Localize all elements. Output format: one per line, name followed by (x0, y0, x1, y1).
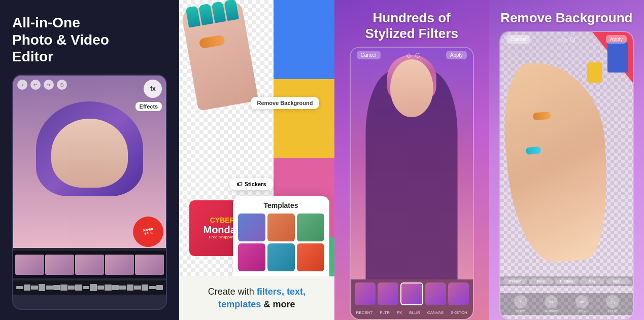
effects-label[interactable]: Effects (135, 102, 162, 111)
phone-toolbar-4: Cancel ◇ ⬡ Apply (500, 35, 633, 44)
cat-person[interactable]: Person (503, 278, 527, 284)
template-5[interactable] (267, 243, 295, 271)
audio-bar (13, 280, 166, 295)
cyber-label: CYBER (210, 217, 235, 224)
stickers-icon: 🏷 (236, 181, 242, 187)
portrait-face (51, 119, 128, 188)
category-tabs[interactable]: Person Face Clothes Sky Hea... (500, 276, 633, 286)
panel4-title: Remove Background (489, 0, 644, 31)
filter-thumb-2[interactable] (378, 282, 398, 305)
filter-label-fltr[interactable]: FLTR (380, 310, 390, 315)
apply-button-3[interactable]: Apply (446, 51, 467, 59)
erase-label: Erase (608, 309, 617, 313)
filter-thumb-1[interactable] (355, 282, 376, 305)
nail-1 (186, 6, 200, 27)
remove-icon: ✂ (545, 295, 558, 308)
filter-label-canvas[interactable]: CANVAS (427, 310, 444, 315)
panel2-description: Create with filters, text, templates & m… (189, 286, 324, 311)
remove-label: Remove (545, 309, 558, 313)
select-tool[interactable]: + Select (514, 295, 527, 313)
cancel-button-3[interactable]: Cancel (357, 51, 381, 59)
filter-labels-row: RECENT FLTR FX BLUR CANVAS SKETCH (351, 308, 473, 319)
shield-icon: ⬡ (415, 52, 420, 59)
cat-face[interactable]: Face (529, 278, 553, 284)
template-1[interactable] (238, 214, 265, 241)
strip-yellow (274, 79, 334, 158)
highlight-filters: filters, (257, 287, 284, 297)
nail-4 (224, 0, 239, 21)
rect-yellow (587, 62, 602, 83)
dancer-figure (351, 48, 473, 279)
shipping-label: Free Shipping (209, 235, 236, 240)
filter-thumbnails[interactable] (351, 279, 473, 308)
templates-panel: Templates (233, 196, 329, 276)
phone-mockup-3: Cancel ◇ ⬡ Apply RECENT FLTR FX BLUR CAN… (350, 47, 474, 320)
template-3[interactable] (297, 214, 324, 241)
apply-button-4[interactable]: Apply (606, 35, 627, 44)
draw-tool[interactable]: ✏ Draw (575, 295, 589, 313)
fx-button[interactable]: fx (144, 80, 162, 98)
panel-filters: Hundreds of Stylized Filters Cancel ◇ ⬡ … (334, 0, 489, 320)
filter-thumb-5[interactable] (448, 282, 469, 305)
draw-icon: ✏ (575, 295, 589, 308)
remove-tool[interactable]: ✂ Remove (545, 295, 558, 313)
cat-sky[interactable]: Sky (580, 278, 604, 284)
filter-label-blur[interactable]: BLUR (409, 310, 420, 315)
panel1-title: All-in-One Photo & Video Editor (12, 14, 167, 65)
ring-blue (525, 147, 541, 155)
template-4[interactable] (238, 243, 265, 271)
shield-icon-4: ⬡ (570, 36, 575, 43)
stickers-button[interactable]: 🏷 Stickers (229, 178, 274, 190)
panel-create: Remove Background CYBER Monday Free Ship… (179, 0, 334, 320)
nail-2 (198, 4, 213, 25)
filter-label-recent[interactable]: RECENT (356, 310, 373, 315)
panel2-top: Remove Background CYBER Monday Free Ship… (179, 0, 334, 276)
toolbar-icons-4: ◇ ⬡ (561, 36, 575, 43)
back-arrow[interactable]: ‹ (17, 80, 27, 90)
rect-blue (607, 42, 628, 73)
stickers-label: Stickers (245, 181, 266, 187)
ring-orange (532, 112, 551, 121)
timeline-thumb (135, 255, 164, 275)
panel3-title: Hundreds of Stylized Filters (334, 0, 489, 47)
filter-thumb-3[interactable] (400, 282, 423, 305)
waveform (16, 283, 163, 292)
timeline-strip[interactable] (13, 251, 166, 278)
history-icon[interactable]: ◷ (57, 80, 67, 90)
nail-3 (211, 1, 226, 23)
erase-tool[interactable]: ◻ Erase (606, 295, 619, 313)
redo-icon[interactable]: ↪ (44, 80, 54, 90)
timeline-thumb (15, 255, 44, 275)
panel2-bottom: Create with filters, text, templates & m… (179, 276, 334, 320)
filter-label-fx[interactable]: FX (397, 310, 402, 315)
remove-bg-tooltip: Remove Background (251, 97, 319, 109)
templates-grid (238, 214, 324, 271)
erase-icon: ◻ (606, 295, 619, 308)
templates-title: Templates (238, 201, 324, 209)
tool-icons-row: + Select ✂ Remove ✏ Draw ◻ Erase (500, 293, 633, 315)
template-2[interactable] (267, 214, 295, 241)
select-icon: + (514, 295, 527, 308)
toolbar-icons: ◇ ⬡ (406, 52, 420, 59)
draw-label: Draw (578, 309, 586, 313)
timeline-thumb (75, 255, 104, 275)
template-6[interactable] (297, 243, 324, 271)
phone-nav: ‹ ↩ ↪ ◷ (17, 80, 67, 90)
ring (199, 34, 226, 49)
cancel-button-4[interactable]: Cancel (506, 35, 530, 44)
filter-label-sketch[interactable]: SKETCH (451, 310, 467, 315)
cat-clothes[interactable]: Clothes (555, 278, 579, 284)
undo-icon[interactable]: ↩ (30, 80, 41, 90)
diamond-icon-4: ◇ (561, 36, 566, 43)
cat-hea[interactable]: Hea... (606, 278, 630, 284)
timeline-thumb (105, 255, 134, 275)
dancer-head (390, 59, 433, 117)
diamond-icon: ◇ (406, 52, 411, 59)
panel-remove-bg: Remove Background Cancel ◇ ⬡ Apply Perso… (489, 0, 644, 320)
timeline-thumb (45, 255, 74, 275)
strip-blue (274, 0, 334, 79)
panel-editor: All-in-One Photo & Video Editor ‹ ↩ ↪ ◷ … (0, 0, 179, 320)
select-label: Select (516, 309, 525, 313)
filter-thumb-4[interactable] (425, 282, 446, 305)
highlight-more: & more (263, 299, 295, 309)
